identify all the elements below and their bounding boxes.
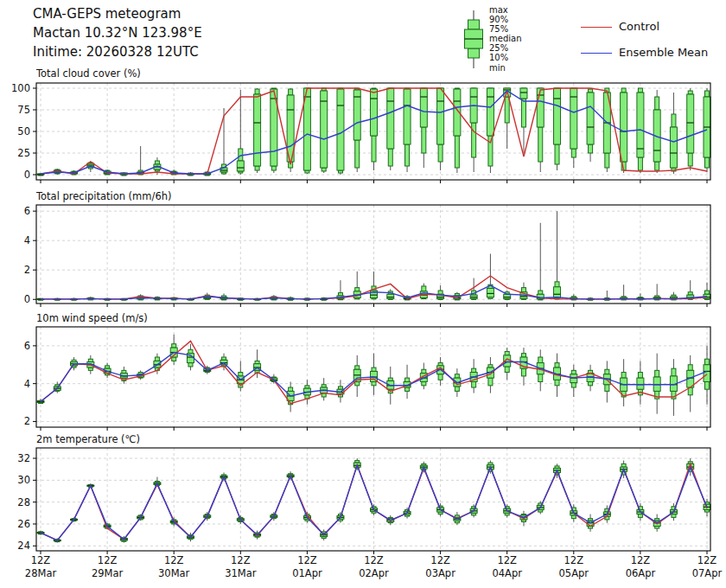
panel-total-cloud-cover: 0255075100	[11, 82, 710, 183]
box-whisker-series	[37, 211, 710, 300]
x-tick-date: 02Apr	[359, 567, 389, 579]
x-tick-date: 07Apr	[692, 567, 723, 579]
y-tick-label: 4	[24, 234, 30, 246]
x-tick-date: 03Apr	[425, 567, 455, 579]
x-tick-hour: 12Z	[31, 554, 51, 566]
y-tick-label: 2	[24, 415, 30, 427]
x-tick-hour: 12Z	[98, 554, 118, 566]
x-tick-hour: 12Z	[297, 554, 317, 566]
x-axis-labels: 12Z28Mar12Z29Mar12Z30Mar12Z31Mar12Z01Apr…	[25, 554, 723, 579]
x-tick-date: 06Apr	[626, 567, 656, 579]
y-tick-label: 0	[24, 293, 30, 305]
x-tick-date: 04Apr	[492, 567, 522, 579]
meteogram-chart: 02550751000246246242628303212Z28Mar12Z29…	[0, 0, 726, 588]
y-tick-label: 32	[17, 452, 30, 464]
x-tick-hour: 12Z	[697, 554, 717, 566]
ensemble-mean-line	[41, 465, 707, 540]
y-tick-label: 50	[17, 125, 30, 137]
x-tick-date: 01Apr	[292, 567, 322, 579]
x-tick-date: 31Mar	[225, 567, 257, 579]
x-tick-date: 28Mar	[25, 567, 57, 579]
x-tick-hour: 12Z	[497, 554, 517, 566]
y-tick-label: 0	[24, 169, 30, 181]
panel-wind-speed-10m: 246	[24, 327, 710, 431]
x-tick-hour: 12Z	[231, 554, 251, 566]
y-tick-label: 6	[24, 205, 30, 217]
panel-temperature-2m: 2426283032	[17, 448, 710, 554]
x-tick-hour: 12Z	[364, 554, 384, 566]
y-tick-label: 28	[17, 496, 30, 508]
panel-total-precipitation: 0246	[24, 205, 710, 307]
y-tick-label: 6	[24, 340, 30, 352]
x-tick-hour: 12Z	[164, 554, 184, 566]
meteogram-figure: CMA-GEPS meteogram Mactan 10.32°N 123.98…	[0, 0, 726, 588]
y-tick-label: 75	[17, 104, 30, 116]
x-tick-date: 29Mar	[92, 567, 124, 579]
x-tick-hour: 12Z	[564, 554, 584, 566]
x-tick-date: 05Apr	[559, 567, 589, 579]
x-tick-hour: 12Z	[430, 554, 450, 566]
y-tick-label: 4	[24, 378, 30, 390]
x-tick-date: 30Mar	[158, 567, 190, 579]
y-tick-label: 30	[17, 474, 30, 486]
y-tick-label: 26	[17, 518, 30, 530]
y-tick-label: 2	[24, 264, 30, 276]
y-tick-label: 25	[17, 147, 30, 159]
y-tick-label: 24	[17, 540, 30, 552]
x-tick-hour: 12Z	[631, 554, 651, 566]
y-tick-label: 100	[11, 82, 30, 94]
